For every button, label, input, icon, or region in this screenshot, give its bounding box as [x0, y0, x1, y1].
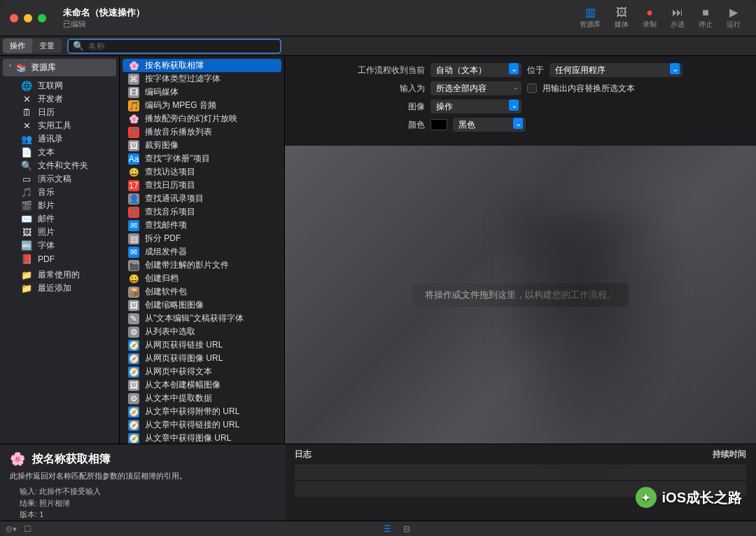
action-item[interactable]: 🖼创建缩略图图像	[122, 298, 281, 312]
action-icon: 🧭	[128, 406, 139, 418]
action-item[interactable]: 👤查找通讯录项目	[122, 192, 281, 205]
action-item[interactable]: 🎬创建带注解的影片文件	[122, 259, 281, 272]
action-icon: ▤	[128, 233, 139, 245]
gear-icon[interactable]: ⊖▾	[6, 524, 17, 534]
action-item[interactable]: 📦创建软件包	[122, 285, 281, 298]
library-toggle[interactable]: ▥资源库	[574, 6, 606, 31]
help-icon[interactable]: ☐	[24, 524, 31, 534]
action-label: 查找日历项目	[145, 179, 195, 191]
action-item[interactable]: 🎞编码媒体	[122, 85, 281, 99]
search-icon: 🔍	[73, 41, 84, 51]
flow-view-icon[interactable]: ⊟	[403, 524, 410, 534]
action-item[interactable]: 17查找日历项目	[122, 179, 281, 192]
action-label: 从网页获得链接 URL	[145, 339, 223, 351]
action-item[interactable]: 🧭从文章中获得附带的 URL	[122, 405, 281, 418]
action-item[interactable]: 🎵查找音乐项目	[122, 205, 281, 219]
action-item[interactable]: 🧭从网页中获得文本	[122, 365, 281, 378]
action-label: 编码媒体	[145, 86, 178, 98]
action-item[interactable]: 🧭从网页获得图像 URL	[122, 352, 281, 365]
sidebar-item[interactable]: 👥通讯录	[0, 132, 119, 146]
library-mode-segment: 操作 变量	[3, 39, 62, 53]
action-item[interactable]: ✎从"文本编辑"文稿获得字体	[122, 312, 281, 325]
media-button[interactable]: 🖼媒体	[609, 6, 634, 31]
close-window[interactable]	[10, 14, 18, 22]
search-field[interactable]: 🔍	[67, 39, 281, 54]
sidebar-smart-item[interactable]: 📁最常使用的	[0, 268, 119, 282]
action-label: 按字体类型过滤字体	[145, 73, 220, 85]
flower-icon: 🌸	[10, 451, 25, 467]
zoom-window[interactable]	[38, 14, 46, 22]
tab-variables[interactable]: 变量	[32, 39, 62, 53]
sidebar-item[interactable]: 🗓日历	[0, 106, 119, 119]
color-swatch[interactable]	[430, 119, 447, 130]
sidebar-item[interactable]: 🌐互联网	[0, 79, 119, 92]
sidebar-item[interactable]: 🎬影片	[0, 199, 119, 212]
tab-actions[interactable]: 操作	[3, 39, 32, 53]
sidebar-item[interactable]: ✉️邮件	[0, 212, 119, 226]
action-icon: 🌸	[128, 114, 139, 125]
category-icon: 🔤	[21, 240, 32, 252]
action-item[interactable]: 🎵播放音乐播放列表	[122, 125, 281, 139]
action-item[interactable]: 🧭从文章中获得链接的 URL	[122, 418, 281, 432]
action-item[interactable]: 🖼从文本创建横幅图像	[122, 378, 281, 392]
action-icon: ✎	[128, 313, 139, 324]
action-item[interactable]: Aa查找"字体册"项目	[122, 152, 281, 165]
watermark: ✦ iOS成长之路	[636, 487, 742, 508]
action-item[interactable]: ⚙从列表中选取	[122, 325, 281, 338]
color-select[interactable]: 黑色	[453, 118, 526, 132]
sidebar-icon: ▥	[583, 7, 597, 18]
action-item[interactable]: ⚙从文本中提取数据	[122, 392, 281, 405]
list-view-icon[interactable]: ☰	[379, 524, 396, 534]
minimize-window[interactable]	[24, 14, 32, 22]
run-button[interactable]: ▶运行	[721, 6, 746, 31]
action-item[interactable]: ⌘按字体类型过滤字体	[122, 72, 281, 85]
action-icon: 🧭	[128, 340, 139, 351]
image-select[interactable]: 操作	[430, 99, 522, 114]
input-select[interactable]: 所选全部内容	[430, 81, 522, 95]
action-item[interactable]: 🌸按名称获取相簿	[122, 59, 281, 72]
sidebar-item[interactable]: 🖼照片	[0, 226, 119, 239]
action-item[interactable]: 😀创建归档	[122, 272, 281, 285]
action-label: 查找"字体册"项目	[145, 153, 210, 165]
sidebar-item[interactable]: 📄文本	[0, 146, 119, 159]
stop-button[interactable]: ■停止	[693, 6, 718, 31]
sidebar-item[interactable]: ▭演示文稿	[0, 172, 119, 186]
action-item[interactable]: 😀查找访达项目	[122, 165, 281, 179]
sidebar-item-label: 日历	[38, 106, 55, 118]
workflow-canvas[interactable]: 将操作或文件拖到这里，以构建您的工作流程。	[285, 146, 756, 444]
search-input[interactable]	[88, 41, 276, 51]
actions-list[interactable]: 🌸按名称获取相簿⌘按字体类型过滤字体🎞编码媒体🎵编码为 MPEG 音频🌸播放配旁…	[120, 56, 285, 444]
receives-select[interactable]: 自动（文本）	[430, 63, 522, 77]
action-icon: 🌸	[128, 60, 139, 71]
action-icon: 🎵	[128, 207, 139, 218]
step-button[interactable]: ⏭步进	[665, 6, 690, 31]
action-icon: ⚙	[128, 327, 139, 338]
action-label: 查找通讯录项目	[145, 193, 204, 205]
replace-checkbox[interactable]	[527, 83, 537, 93]
sidebar-item[interactable]: ✕开发者	[0, 92, 119, 106]
action-item[interactable]: 🧭从文章中获得图像 URL	[122, 432, 281, 444]
sidebar-item[interactable]: 🔤字体	[0, 239, 119, 252]
action-item[interactable]: ✉查找邮件项	[122, 219, 281, 232]
sidebar-item-label: 开发者	[38, 93, 63, 105]
action-item[interactable]: ▤拆分 PDF	[122, 232, 281, 245]
action-item[interactable]: 🧭从网页获得链接 URL	[122, 338, 281, 352]
sidebar-smart-item[interactable]: 📁最近添加	[0, 282, 119, 295]
application-select[interactable]: 任何应用程序	[550, 63, 682, 77]
media-icon: 🖼	[615, 7, 629, 18]
action-item[interactable]: 🌸播放配旁白的幻灯片放映	[122, 112, 281, 125]
action-item[interactable]: ✉成组发件器	[122, 245, 281, 259]
sidebar-item[interactable]: 🎵音乐	[0, 186, 119, 199]
category-icon: 🖼	[21, 227, 32, 238]
record-button[interactable]: ●录制	[637, 6, 662, 31]
param-label: 位于	[527, 64, 544, 76]
action-item[interactable]: 🖼裁剪图像	[122, 139, 281, 152]
action-item[interactable]: 🎵编码为 MPEG 音频	[122, 99, 281, 112]
library-root[interactable]: ˅ 📚 资源库	[3, 59, 116, 76]
step-icon: ⏭	[671, 7, 685, 18]
sidebar-item[interactable]: 🔍文件和文件夹	[0, 159, 119, 172]
action-icon: ⚙	[128, 393, 139, 404]
sidebar-item[interactable]: 📕PDF	[0, 252, 119, 266]
sidebar-item[interactable]: ✕实用工具	[0, 119, 119, 132]
action-icon: 🧭	[128, 433, 139, 444]
